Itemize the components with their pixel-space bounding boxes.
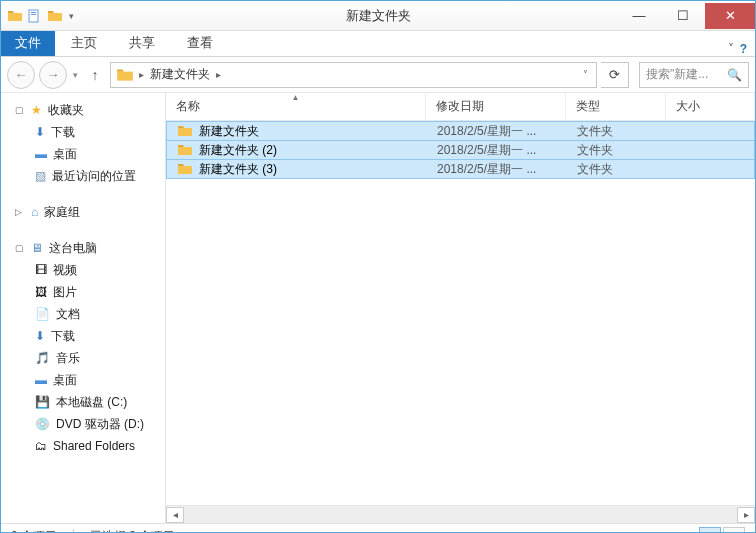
column-label: 名称 [176,98,200,115]
search-placeholder: 搜索"新建... [646,66,708,83]
column-type[interactable]: 类型 [566,93,666,120]
sidebar-item-recent[interactable]: ▧最近访问的位置 [1,165,165,187]
close-button[interactable]: ✕ [705,3,755,29]
breadcrumb-sep-icon[interactable]: ▸ [137,69,146,80]
folder-icon [7,8,23,24]
sidebar-item-pictures[interactable]: 🖼图片 [1,281,165,303]
nav-bar: ← → ▾ ↑ ▸ 新建文件夹 ▸ ˅ ⟳ 搜索"新建... 🔍 [1,57,755,93]
sidebar-item-label: 下载 [51,328,75,345]
navigation-pane[interactable]: ▢ ★ 收藏夹 ⬇下载 ▬桌面 ▧最近访问的位置 ▷ ⌂ 家庭组 ▢ 🖥 这台电… [1,93,166,523]
collapse-icon[interactable]: ▢ [15,243,25,253]
maximize-button[interactable]: ☐ [661,3,705,29]
sidebar-item-downloads[interactable]: ⬇下载 [1,121,165,143]
tab-home[interactable]: 主页 [55,30,113,56]
forward-button[interactable]: → [39,61,67,89]
folder-icon [177,161,193,177]
sidebar-item-label: 下载 [51,124,75,141]
up-button[interactable]: ↑ [84,64,106,86]
tab-view[interactable]: 查看 [171,30,229,56]
new-folder-icon[interactable] [47,8,63,24]
address-bar[interactable]: ▸ 新建文件夹 ▸ ˅ [110,62,597,88]
sidebar-item-label: DVD 驱动器 (D:) [56,416,144,433]
view-large-button[interactable]: ▦ [723,527,745,534]
ribbon-expand-icon[interactable]: ˅ [728,42,734,56]
qat-dropdown-icon[interactable]: ▾ [67,11,76,21]
scroll-track[interactable] [184,507,737,523]
item-count: 3 个项目 [11,528,57,533]
minimize-button[interactable]: — [617,3,661,29]
sidebar-item-label: 音乐 [56,350,80,367]
sidebar-item-shared[interactable]: 🗂Shared Folders [1,435,165,457]
computer-icon: 🖥 [31,241,43,255]
sidebar-item-label: 最近访问的位置 [52,168,136,185]
sidebar-label: 这台电脑 [49,240,97,257]
folder-icon [177,142,193,158]
breadcrumb-sep-icon[interactable]: ▸ [214,69,223,80]
tab-share[interactable]: 共享 [113,30,171,56]
sidebar-item-label: 桌面 [53,372,77,389]
file-name: 新建文件夹 (3) [199,161,277,178]
title-bar: ▾ 新建文件夹 — ☐ ✕ [1,1,755,31]
sidebar-item-dvd[interactable]: 💿DVD 驱动器 (D:) [1,413,165,435]
file-date: 2018/2/5/星期一 ... [427,142,567,159]
status-bar: 3 个项目 已选择 3 个项目 ≡ ▦ [1,523,755,533]
scroll-left-icon[interactable]: ◂ [166,507,184,523]
help-icon[interactable]: ? [740,42,747,56]
pictures-icon: 🖼 [35,285,47,299]
sidebar-item-label: 文档 [56,306,80,323]
file-list-pane: ▲ 名称 修改日期 类型 大小 新建文件夹2018/2/5/星期一 ...文件夹… [166,93,755,523]
column-headers: ▲ 名称 修改日期 类型 大小 [166,93,755,121]
column-date[interactable]: 修改日期 [426,93,566,120]
sidebar-item-videos[interactable]: 🎞视频 [1,259,165,281]
sidebar-item-music[interactable]: 🎵音乐 [1,347,165,369]
sidebar-homegroup[interactable]: ▷ ⌂ 家庭组 [1,201,165,223]
table-row[interactable]: 新建文件夹2018/2/5/星期一 ...文件夹 [166,121,755,141]
horizontal-scrollbar[interactable]: ◂ ▸ [166,505,755,523]
search-icon: 🔍 [727,68,742,82]
shared-icon: 🗂 [35,439,47,453]
sidebar-item-label: 本地磁盘 (C:) [56,394,127,411]
address-dropdown-icon[interactable]: ˅ [577,69,594,80]
disk-icon: 💾 [35,395,50,409]
column-label: 类型 [576,98,600,115]
tab-file[interactable]: 文件 [1,30,55,56]
view-details-button[interactable]: ≡ [699,527,721,534]
column-name[interactable]: ▲ 名称 [166,93,426,120]
scroll-right-icon[interactable]: ▸ [737,507,755,523]
selected-count: 已选择 3 个项目 [90,528,175,533]
sidebar-item-desktop2[interactable]: ▬桌面 [1,369,165,391]
sidebar-item-localdisk[interactable]: 💾本地磁盘 (C:) [1,391,165,413]
file-name: 新建文件夹 [199,123,259,140]
sidebar-label: 收藏夹 [48,102,84,119]
column-size[interactable]: 大小 [666,93,755,120]
download-icon: ⬇ [35,329,45,343]
expand-icon[interactable]: ▷ [15,207,25,217]
sidebar-favorites[interactable]: ▢ ★ 收藏夹 [1,99,165,121]
search-input[interactable]: 搜索"新建... 🔍 [639,62,749,88]
back-button[interactable]: ← [7,61,35,89]
sidebar-thispc[interactable]: ▢ 🖥 这台电脑 [1,237,165,259]
refresh-button[interactable]: ⟳ [601,62,629,88]
documents-icon: 📄 [35,307,50,321]
table-row[interactable]: 新建文件夹 (2)2018/2/5/星期一 ...文件夹 [166,140,755,160]
history-dropdown-icon[interactable]: ▾ [71,70,80,80]
table-row[interactable]: 新建文件夹 (3)2018/2/5/星期一 ...文件夹 [166,159,755,179]
folder-icon [177,123,193,139]
file-date: 2018/2/5/星期一 ... [427,161,567,178]
sidebar-item-desktop[interactable]: ▬桌面 [1,143,165,165]
sidebar-item-label: Shared Folders [53,439,135,453]
file-rows[interactable]: 新建文件夹2018/2/5/星期一 ...文件夹新建文件夹 (2)2018/2/… [166,121,755,505]
video-icon: 🎞 [35,263,47,277]
desktop-icon: ▬ [35,373,47,387]
column-label: 修改日期 [436,98,484,115]
desktop-icon: ▬ [35,147,47,161]
sidebar-item-downloads2[interactable]: ⬇下载 [1,325,165,347]
sidebar-item-documents[interactable]: 📄文档 [1,303,165,325]
file-type: 文件夹 [567,142,667,159]
collapse-icon[interactable]: ▢ [15,105,25,115]
properties-icon[interactable] [27,8,43,24]
sidebar-item-label: 桌面 [53,146,77,163]
folder-icon [116,66,134,84]
sort-asc-icon: ▲ [292,93,300,102]
breadcrumb[interactable]: 新建文件夹 [146,66,214,83]
